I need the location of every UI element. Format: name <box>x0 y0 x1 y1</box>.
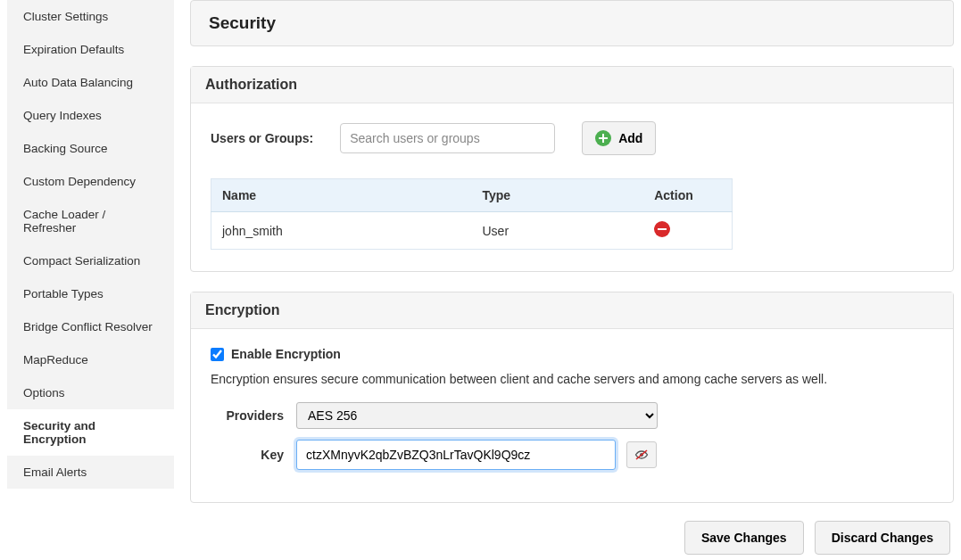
providers-label: Providers <box>211 408 296 423</box>
key-input[interactable] <box>296 440 616 470</box>
eye-slash-icon <box>634 449 649 460</box>
page-header: Security <box>190 0 954 46</box>
search-users-input[interactable] <box>340 123 555 153</box>
sidebar-item-compact-serialization[interactable]: Compact Serialization <box>7 244 174 277</box>
sidebar-item-auto-data-balancing[interactable]: Auto Data Balancing <box>7 66 174 99</box>
cell-action <box>643 212 732 250</box>
save-changes-button[interactable]: Save Changes <box>684 521 804 555</box>
encryption-panel: Encryption Enable Encryption Encryption … <box>190 292 954 503</box>
users-groups-label: Users or Groups: <box>211 131 313 145</box>
cell-name: john_smith <box>211 212 472 250</box>
sidebar-item-cache-loader-refresher[interactable]: Cache Loader / Refresher <box>7 198 174 244</box>
sidebar-item-email-alerts[interactable]: Email Alerts <box>7 456 174 489</box>
sidebar: Cluster Settings Expiration Defaults Aut… <box>7 0 174 489</box>
authorization-panel: Authorization Users or Groups: Add Name … <box>190 66 954 272</box>
plus-icon <box>595 130 611 146</box>
encryption-description: Encryption ensures secure communication … <box>211 372 933 386</box>
sidebar-item-portable-types[interactable]: Portable Types <box>7 277 174 310</box>
discard-changes-button[interactable]: Discard Changes <box>815 521 950 555</box>
remove-icon[interactable] <box>654 221 670 237</box>
enable-encryption-label: Enable Encryption <box>231 347 341 361</box>
sidebar-item-expiration-defaults[interactable]: Expiration Defaults <box>7 33 174 66</box>
add-button[interactable]: Add <box>582 121 656 155</box>
sidebar-item-options[interactable]: Options <box>7 376 174 409</box>
main-content: Security Authorization Users or Groups: … <box>174 0 954 553</box>
cell-type: User <box>472 212 644 250</box>
sidebar-item-bridge-conflict-resolver[interactable]: Bridge Conflict Resolver <box>7 310 174 343</box>
sidebar-item-backing-source[interactable]: Backing Source <box>7 132 174 165</box>
footer-actions: Save Changes Discard Changes <box>190 521 954 555</box>
toggle-key-visibility-button[interactable] <box>626 441 657 468</box>
sidebar-item-mapreduce[interactable]: MapReduce <box>7 343 174 376</box>
providers-select[interactable]: AES 256 <box>296 402 658 429</box>
table-header-type: Type <box>472 179 644 212</box>
page-title: Security <box>209 13 935 33</box>
table-header-name: Name <box>211 179 472 212</box>
sidebar-item-query-indexes[interactable]: Query Indexes <box>7 99 174 132</box>
enable-encryption-checkbox[interactable] <box>211 348 224 361</box>
key-label: Key <box>211 448 296 462</box>
sidebar-item-custom-dependency[interactable]: Custom Dependency <box>7 165 174 198</box>
sidebar-item-security-and-encryption[interactable]: Security and Encryption <box>7 409 174 456</box>
encryption-header: Encryption <box>191 292 953 329</box>
users-table: Name Type Action john_smith User <box>211 178 733 250</box>
add-button-label: Add <box>618 131 642 145</box>
table-header-action: Action <box>643 179 732 212</box>
table-row: john_smith User <box>211 212 733 250</box>
authorization-header: Authorization <box>191 67 953 103</box>
sidebar-item-cluster-settings[interactable]: Cluster Settings <box>7 0 174 33</box>
